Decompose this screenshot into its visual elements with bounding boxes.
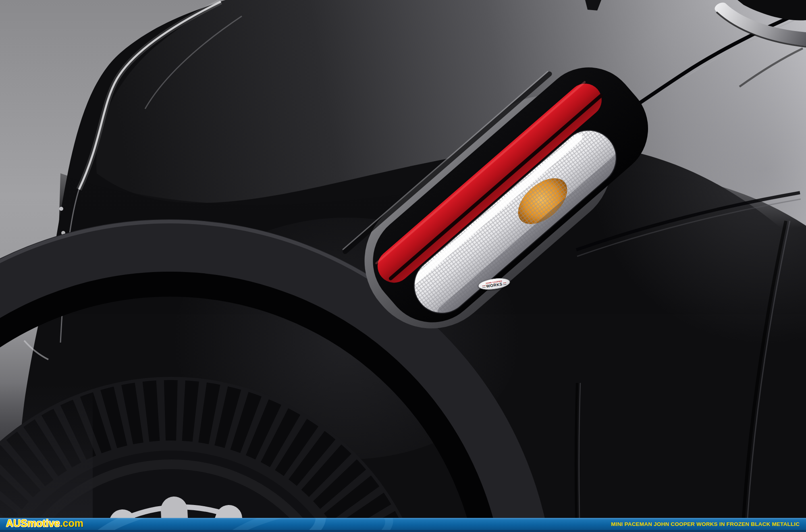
ausmotive-logo: AUSmotive.com: [6, 518, 83, 529]
ausmotive-logo-suffix: .com: [60, 518, 83, 529]
bumper-corner-shadow: [0, 383, 93, 518]
badge-wing-left-icon: [482, 285, 486, 288]
photo-caption: MINI PACEMAN JOHN COOPER WORKS IN FROZEN…: [611, 521, 800, 527]
photo-canvas: JOHN COOPER WORKS AUSmotive.com MINI PAC…: [0, 0, 806, 532]
car-photo-illustration: [0, 0, 806, 518]
door-sheen: [584, 0, 806, 403]
ausmotive-logo-main: AUSmotive: [6, 518, 60, 529]
footer-bar: AUSmotive.com MINI PACEMAN JOHN COOPER W…: [0, 518, 806, 532]
badge-wing-right-icon: [503, 282, 507, 285]
